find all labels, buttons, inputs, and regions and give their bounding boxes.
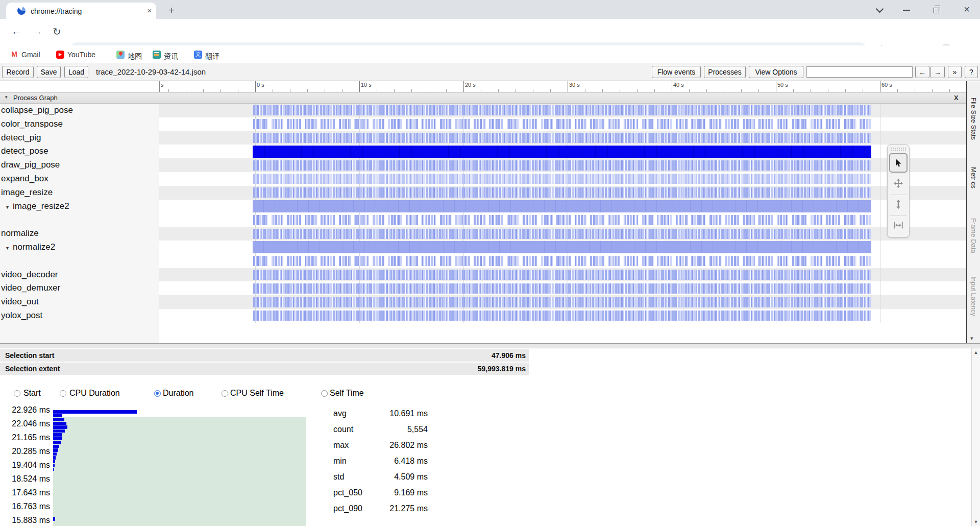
back-icon[interactable]: ← [11, 26, 21, 37]
track-label[interactable]: video_out [0, 295, 159, 309]
radio-start[interactable] [14, 390, 20, 397]
track-label[interactable]: video_decoder [0, 268, 159, 282]
histogram-bar[interactable] [53, 464, 55, 467]
slice-bar-detect_pose[interactable] [253, 146, 871, 158]
slice-bar-collapse_pig_pose[interactable] [253, 105, 871, 115]
radio-cpu-duration[interactable] [60, 390, 66, 397]
track-label[interactable]: image_resize [0, 186, 159, 200]
track-label[interactable]: yolox_post [0, 309, 159, 323]
browser-tab[interactable]: chrome://tracing × [6, 3, 156, 19]
histogram-bar[interactable] [53, 414, 62, 418]
scroll-down-icon[interactable]: ▼ [972, 519, 980, 524]
slice-bar-normalize2[interactable] [253, 241, 871, 253]
radio-label[interactable]: CPU Duration [69, 389, 120, 398]
find-next-button[interactable]: → [930, 66, 945, 78]
track-expand-caret-icon[interactable]: ▾ [6, 204, 9, 210]
slice-bar-yolox_post[interactable] [253, 310, 871, 321]
slice-bar-expand_box[interactable] [253, 174, 871, 184]
radio-label[interactable]: Duration [163, 389, 193, 398]
slice-bar-image_resize2[interactable] [253, 200, 871, 212]
histogram-tail-bar[interactable] [53, 517, 55, 521]
track-label[interactable]: color_transpose [0, 117, 159, 131]
timing-tool-button[interactable] [889, 216, 908, 235]
help-button[interactable]: ? [965, 66, 978, 78]
scroll-up-icon[interactable]: ▲ [972, 350, 980, 355]
side-tab-metrics[interactable]: Metrics [970, 167, 977, 188]
new-tab-button[interactable]: + [164, 3, 179, 17]
tab-close-icon[interactable]: × [145, 6, 154, 15]
process-graph-header[interactable]: ▾ Process Graph X [0, 92, 980, 104]
slice-bar-detect_pig[interactable] [253, 133, 871, 143]
slice-bar-normalize[interactable] [253, 229, 871, 239]
load-button[interactable]: Load [64, 66, 88, 78]
view-options-button[interactable]: View Options [749, 66, 803, 78]
window-close-button[interactable]: × [955, 0, 978, 19]
radio-duration[interactable] [154, 390, 161, 397]
track-expand-caret-icon[interactable]: ▾ [6, 245, 9, 251]
flow-events-button[interactable]: Flow events [652, 66, 701, 78]
track-label[interactable]: expand_box [0, 172, 159, 186]
slice-bar-image_resize[interactable] [253, 187, 871, 198]
panel-splitter[interactable] [0, 343, 980, 348]
find-previous-button[interactable]: ← [915, 66, 929, 78]
restore-button[interactable] [925, 0, 948, 19]
radio-label[interactable]: Start [23, 389, 41, 398]
save-button[interactable]: Save [37, 66, 61, 78]
track-label[interactable]: collapse_pig_pose [0, 104, 159, 117]
slice-bar-video_demuxer[interactable] [253, 283, 871, 294]
histogram-bar[interactable] [53, 429, 65, 433]
stat-value: 21.275 ms [389, 504, 428, 513]
radio-self-time[interactable] [321, 390, 328, 397]
tab-search-chevron-icon[interactable] [868, 0, 891, 19]
track-label[interactable]: draw_pig_pose [0, 158, 159, 172]
histogram-bar[interactable] [53, 460, 55, 464]
histogram-bar[interactable] [53, 452, 57, 456]
histogram-bar[interactable] [53, 468, 54, 471]
radio-cpu-self-time[interactable] [222, 390, 228, 397]
slice-bar-draw_pig_pose[interactable] [253, 160, 871, 171]
slice-bar-video_out[interactable] [253, 297, 871, 307]
tool-panel-grip[interactable] [891, 148, 906, 151]
side-tab-file-size-stats[interactable]: File Size Stats [970, 98, 977, 140]
forward-icon[interactable]: → [32, 26, 42, 37]
track-label[interactable]: ▾image_resize2 [0, 200, 158, 213]
analysis-scrollbar[interactable]: ▲ ▼ [971, 348, 980, 526]
histogram-bar[interactable] [53, 422, 66, 425]
zoom-tool-button[interactable] [889, 195, 908, 214]
timeline-ruler[interactable]: s 0 s10 s20 s30 s40 s50 s60 s [0, 81, 966, 92]
track-label[interactable]: video_demuxer [0, 281, 159, 295]
side-tab-frame-data[interactable]: Frame Data [970, 218, 977, 253]
slice-bar-video_decoder[interactable] [253, 270, 871, 280]
pan-tool-button[interactable] [889, 174, 908, 194]
minimize-button[interactable] [895, 0, 918, 19]
side-tab-input-latency[interactable]: Input Latency [970, 276, 977, 316]
track-label[interactable]: ▾normalize2 [0, 241, 158, 254]
histogram-bar[interactable] [53, 425, 67, 429]
histogram-bar[interactable] [53, 448, 58, 452]
slice-bar-color_transpose[interactable] [253, 119, 871, 129]
track-label[interactable]: normalize [0, 227, 159, 241]
slice-bar-subrow[interactable] [253, 215, 871, 225]
find-input[interactable] [806, 66, 913, 78]
histogram-bar[interactable] [53, 445, 59, 448]
track-label[interactable]: detect_pose [0, 145, 159, 158]
processes-button[interactable]: Processes [704, 66, 746, 78]
slice-bar-subrow[interactable] [253, 256, 871, 266]
selection-tool-button[interactable] [889, 153, 908, 173]
histogram-bar[interactable] [53, 441, 61, 444]
collapse-caret-icon[interactable]: ▾ [5, 94, 8, 100]
record-button[interactable]: Record [2, 66, 34, 78]
track-labels-panel: collapse_pig_posecolor_transposedetect_p… [0, 104, 159, 343]
track-label[interactable]: detect_pig [0, 131, 159, 145]
histogram-bar[interactable] [53, 410, 137, 414]
reload-icon[interactable]: ↻ [53, 26, 61, 38]
histogram-bar[interactable] [53, 418, 64, 421]
side-scroll-down-icon[interactable]: ▾ [970, 335, 973, 342]
histogram-bar[interactable] [53, 456, 56, 460]
process-graph-close-button[interactable]: X [954, 94, 959, 102]
radio-label[interactable]: Self Time [330, 389, 364, 398]
more-tools-button[interactable]: » [948, 66, 962, 78]
histogram-bar[interactable] [53, 433, 62, 437]
radio-label[interactable]: CPU Self Time [230, 389, 284, 398]
histogram-bar[interactable] [53, 437, 62, 441]
